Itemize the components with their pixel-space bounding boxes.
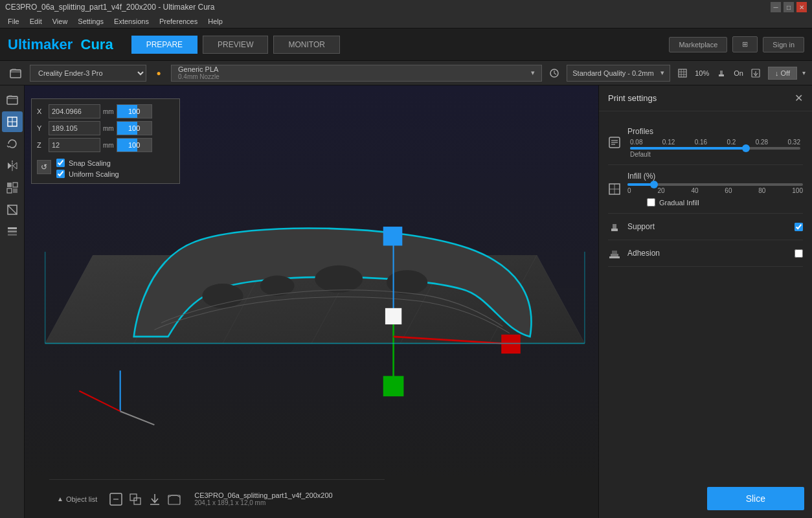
apps-button[interactable]: ⊞ [732, 36, 758, 52]
profiles-icon [608, 136, 621, 149]
prepare-tab[interactable]: PREPARE [131, 36, 197, 54]
open-file-sidebar-icon[interactable] [2, 89, 23, 110]
print-settings-close-button[interactable]: ✕ [795, 92, 803, 104]
snap-scaling-row: Snap Scaling [56, 159, 174, 167]
menu-preferences[interactable]: Preferences [154, 16, 203, 27]
menu-bar: File Edit View Settings Extensions Prefe… [0, 14, 812, 28]
per-model-sidebar-icon[interactable] [2, 177, 23, 198]
object-list-title[interactable]: Object list [66, 495, 97, 503]
svg-rect-16 [13, 188, 17, 193]
x-axis-label: X [37, 107, 46, 115]
open-file-device-icon[interactable] [6, 64, 25, 82]
infill-slider-thumb[interactable] [650, 181, 658, 188]
material-name: Generic PLA [178, 65, 220, 73]
gradual-infill-label: Gradual Infill [659, 199, 699, 207]
menu-file[interactable]: File [3, 16, 25, 27]
profiles-label: Profiles [627, 127, 803, 136]
svg-rect-64 [609, 256, 620, 258]
scale-sidebar-icon[interactable] [2, 111, 23, 132]
material-icon: ● [152, 66, 166, 80]
svg-rect-6 [7, 96, 17, 104]
bottom-icon-2[interactable] [128, 492, 142, 506]
object-info: CE3PRO_06a_splitting_part1_v4f_200x200 2… [194, 491, 332, 506]
transform-panel: X mm 100 Y mm 100 [31, 98, 180, 184]
object-dimensions: 204,1 x 189,1 x 12,0 mm [194, 499, 332, 506]
marketplace-button[interactable]: Marketplace [669, 37, 727, 52]
z-axis-label: Z [37, 141, 46, 149]
title-bar-controls: ─ □ ✕ [771, 2, 807, 12]
snap-scaling-label: Snap Scaling [69, 159, 111, 167]
svg-rect-65 [611, 254, 618, 256]
menu-view[interactable]: View [47, 16, 73, 27]
device-bar-dropdown-icon[interactable]: ▾ [802, 69, 806, 76]
profile-slider-fill [630, 147, 746, 150]
close-button[interactable]: ✕ [796, 2, 807, 12]
material-dropdown-icon[interactable]: ▾ [531, 69, 535, 77]
svg-rect-2 [679, 69, 686, 77]
menu-edit[interactable]: Edit [25, 16, 47, 27]
support-settings-checkbox[interactable] [795, 223, 803, 231]
profile-slider-track [630, 147, 800, 150]
menu-extensions[interactable]: Extensions [109, 16, 154, 27]
layer-view-sidebar-icon[interactable] [2, 221, 23, 242]
rotate-sidebar-icon[interactable] [2, 133, 23, 154]
menu-help[interactable]: Help [203, 16, 228, 27]
svg-rect-51 [130, 494, 137, 501]
title-bar: CE3PRO_06a_splitting_part1_v4f_200x200 -… [0, 0, 812, 14]
infill-control: Infill (%) 0 20 40 60 80 100 [627, 172, 803, 207]
snap-scaling-checkbox[interactable] [56, 159, 65, 167]
monitor-tab[interactable]: MONITOR [273, 36, 339, 54]
menu-settings[interactable]: Settings [73, 16, 109, 27]
printer-select[interactable]: Creality Ender-3 Pro [30, 65, 146, 82]
infill-display: 10% [695, 69, 709, 77]
bottom-icon-1[interactable] [109, 492, 123, 506]
svg-rect-15 [7, 188, 12, 193]
support-settings-icon [608, 220, 621, 233]
bottom-icon-4[interactable] [167, 492, 181, 506]
svg-line-18 [8, 205, 17, 214]
viewport[interactable]: X mm 100 Y mm 100 [25, 85, 598, 518]
quality-label: Standard Quality - 0.2mm [572, 69, 653, 77]
svg-rect-44 [383, 227, 403, 245]
maximize-button[interactable]: □ [784, 2, 794, 12]
svg-rect-54 [168, 495, 180, 504]
support-label: Support [627, 222, 795, 231]
reset-scale-button[interactable]: ↺ [37, 160, 51, 174]
quality-select[interactable]: Standard Quality - 0.2mm ▾ [567, 65, 670, 82]
z-value-input[interactable] [49, 138, 100, 152]
title-bar-text: CE3PRO_06a_splitting_part1_v4f_200x200 -… [5, 3, 215, 12]
main-content: X mm 100 Y mm 100 [0, 85, 812, 518]
svg-rect-45 [385, 308, 401, 324]
adhesion-icon [608, 247, 621, 260]
slice-button[interactable]: Slice [707, 487, 804, 510]
signin-button[interactable]: Sign in [763, 37, 804, 52]
save-button[interactable]: ↓ Off [768, 67, 797, 80]
profile-slider-thumb[interactable] [742, 144, 750, 152]
svg-point-35 [202, 284, 243, 308]
svg-rect-62 [611, 229, 618, 231]
bottom-icon-3[interactable] [148, 492, 162, 506]
header: Ultimaker Cura PREPARE PREVIEW MONITOR M… [0, 28, 812, 61]
profile-slider-container: 0.08 0.12 0.16 0.2 0.28 0.32 Default [627, 139, 803, 158]
infill-value: 10% [695, 69, 709, 77]
logo-bold: Cura [81, 36, 113, 52]
x-pct-bar: 100 [117, 104, 152, 118]
x-value-input[interactable] [49, 104, 100, 118]
uniform-scaling-checkbox[interactable] [56, 170, 65, 178]
y-value-input[interactable] [49, 121, 100, 135]
mirror-sidebar-icon[interactable] [2, 155, 23, 176]
infill-slider-track [627, 183, 803, 186]
infill-icon [675, 66, 690, 80]
svg-rect-0 [10, 70, 21, 78]
svg-rect-21 [8, 234, 17, 236]
svg-rect-13 [7, 183, 12, 187]
minimize-button[interactable]: ─ [771, 2, 781, 12]
y-unit-label: mm [103, 125, 114, 132]
object-list-toggle[interactable]: ▲ [57, 495, 63, 502]
gradual-infill-checkbox[interactable] [647, 198, 655, 207]
profiles-control: Profiles 0.08 0.12 0.16 0.2 0.28 0.32 [627, 127, 803, 158]
adhesion-checkbox[interactable] [795, 249, 803, 258]
support-blocker-sidebar-icon[interactable] [2, 199, 23, 220]
print-settings-title: Print settings [608, 93, 657, 103]
preview-tab[interactable]: PREVIEW [203, 36, 268, 54]
